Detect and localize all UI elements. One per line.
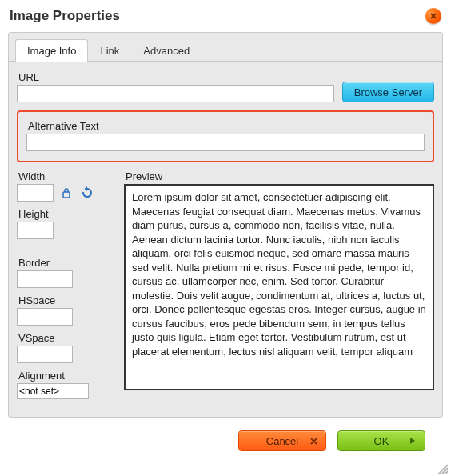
dialog-footer: Cancel OK	[8, 418, 443, 459]
cancel-button-label: Cancel	[266, 435, 298, 447]
svg-rect-2	[63, 192, 70, 198]
border-label: Border	[18, 257, 113, 269]
tab-advanced[interactable]: Advanced	[131, 39, 202, 62]
main-panel: Image Info Link Advanced URL Browse Serv…	[8, 32, 443, 418]
right-column: Preview Lorem ipsum dolor sit amet, cons…	[124, 169, 434, 406]
ok-button[interactable]: OK	[337, 430, 425, 451]
alignment-label: Alignment	[18, 370, 113, 382]
vspace-label: VSpace	[18, 332, 113, 344]
alignment-select[interactable]	[17, 383, 89, 399]
tab-link[interactable]: Link	[88, 39, 131, 62]
cancel-button[interactable]: Cancel	[238, 430, 326, 451]
width-input[interactable]	[17, 184, 54, 202]
vspace-input[interactable]	[17, 346, 73, 363]
image-properties-dialog: Image Properties Image Info Link Advance…	[0, 0, 451, 476]
hspace-label: HSpace	[18, 294, 113, 306]
width-label: Width	[18, 170, 54, 182]
preview-box[interactable]: Lorem ipsum dolor sit amet, consectetuer…	[124, 184, 434, 390]
preview-label: Preview	[126, 170, 434, 182]
dialog-title: Image Properties	[10, 8, 120, 24]
tab-image-info[interactable]: Image Info	[15, 39, 88, 62]
ok-button-label: OK	[374, 435, 389, 447]
alternative-text-section: Alternative Text	[17, 110, 434, 162]
lock-ratio-icon[interactable]	[60, 186, 73, 199]
alt-text-label: Alternative Text	[28, 120, 425, 132]
svg-marker-3	[85, 186, 88, 191]
url-label: URL	[18, 71, 334, 83]
hspace-input[interactable]	[17, 308, 73, 326]
url-row: URL Browse Server	[17, 70, 434, 102]
reset-size-icon[interactable]	[81, 186, 94, 199]
border-input[interactable]	[17, 270, 73, 288]
alt-text-input[interactable]	[26, 134, 425, 151]
height-label: Height	[18, 208, 54, 220]
title-bar: Image Properties	[8, 5, 443, 32]
close-button[interactable]	[425, 8, 441, 24]
cancel-x-icon	[310, 435, 317, 447]
resize-handle[interactable]	[435, 462, 448, 474]
left-column: Width Height	[17, 169, 113, 406]
tab-bar: Image Info Link Advanced	[9, 33, 442, 62]
ok-arrow-icon	[409, 435, 417, 447]
browse-server-button[interactable]: Browse Server	[342, 82, 434, 102]
preview-text: Lorem ipsum dolor sit amet, consectetuer…	[132, 191, 426, 358]
url-input[interactable]	[17, 85, 334, 102]
height-input[interactable]	[17, 222, 54, 239]
close-icon	[429, 10, 437, 22]
svg-marker-6	[410, 438, 415, 444]
